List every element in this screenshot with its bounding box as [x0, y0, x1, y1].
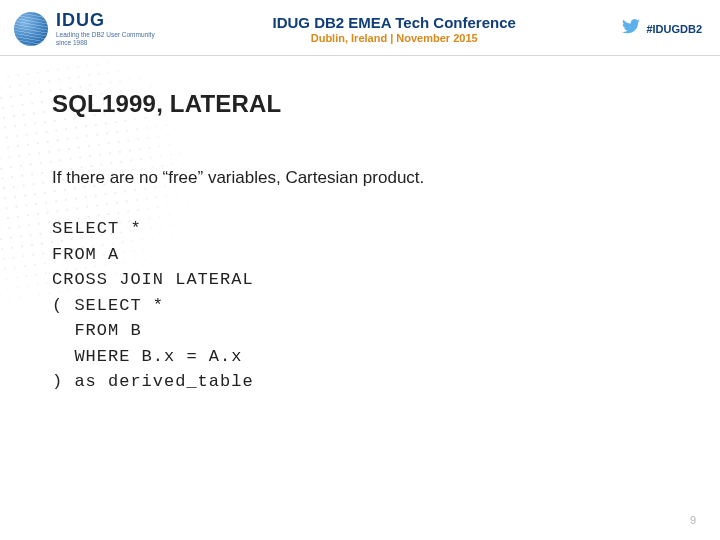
header-left: IDUG Leading the DB2 User Community sinc… — [14, 11, 166, 45]
idug-globe-icon — [14, 12, 48, 46]
conference-subtitle: Dublin, Ireland | November 2015 — [166, 32, 622, 44]
sql-code-block: SELECT * FROM A CROSS JOIN LATERAL ( SEL… — [52, 216, 670, 395]
header-right: #IDUGDB2 — [622, 19, 702, 38]
slide-body-text: If there are no “free” variables, Cartes… — [52, 168, 670, 188]
logo-acronym: IDUG — [56, 11, 166, 29]
hashtag: #IDUGDB2 — [646, 23, 702, 35]
slide-content: SQL1999, LATERAL If there are no “free” … — [0, 56, 720, 395]
logo-text-block: IDUG Leading the DB2 User Community sinc… — [56, 11, 166, 45]
header-center: IDUG DB2 EMEA Tech Conference Dublin, Ir… — [166, 14, 622, 44]
slide-title: SQL1999, LATERAL — [52, 90, 670, 118]
conference-title: IDUG DB2 EMEA Tech Conference — [166, 14, 622, 31]
slide-header: IDUG Leading the DB2 User Community sinc… — [0, 0, 720, 56]
logo-tagline: Leading the DB2 User Community since 198… — [56, 31, 166, 45]
twitter-bird-icon — [622, 19, 640, 38]
page-number: 9 — [690, 514, 696, 526]
